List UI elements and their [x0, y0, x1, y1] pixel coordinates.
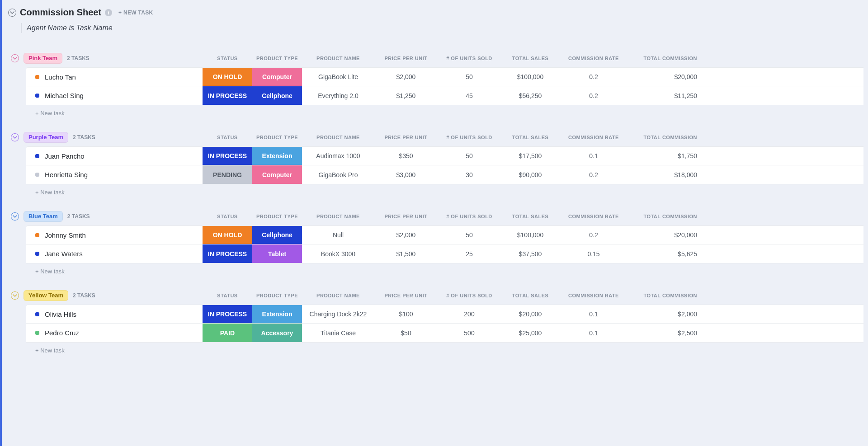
- product-type-badge[interactable]: Extension: [252, 305, 302, 323]
- status-badge[interactable]: ON HOLD: [203, 68, 252, 86]
- col-product-name-header[interactable]: PRODUCT NAME: [302, 293, 374, 298]
- product-type-badge[interactable]: Cellphone: [252, 226, 302, 244]
- group-collapse-toggle[interactable]: [11, 212, 19, 221]
- total-commission-cell: $5,625: [627, 244, 700, 263]
- sheet-collapse-toggle[interactable]: [8, 9, 16, 17]
- page-title: Commission Sheet: [20, 7, 101, 18]
- status-badge[interactable]: IN PROCESS: [203, 244, 252, 263]
- product-type-badge[interactable]: Computer: [252, 165, 302, 184]
- col-product-name-header[interactable]: PRODUCT NAME: [302, 135, 374, 140]
- col-total-commission-header[interactable]: TOTAL COMMISSION: [627, 214, 700, 219]
- task-name[interactable]: Jane Waters: [45, 250, 83, 258]
- status-badge[interactable]: PENDING: [203, 165, 252, 184]
- col-total-sales-header[interactable]: TOTAL SALES: [501, 135, 560, 140]
- col-price-per-unit-header[interactable]: PRICE PER UNIT: [374, 135, 438, 140]
- units-sold-cell: 25: [438, 244, 501, 263]
- table-row[interactable]: Michael SingIN PROCESSCellphoneEverythin…: [26, 86, 863, 105]
- col-units-sold-header[interactable]: # OF UNITS SOLD: [438, 293, 501, 298]
- product-name-cell: Titania Case: [302, 324, 374, 342]
- col-price-per-unit-header[interactable]: PRICE PER UNIT: [374, 293, 438, 298]
- product-type-badge[interactable]: Accessory: [252, 324, 302, 342]
- col-status-header[interactable]: STATUS: [203, 293, 252, 298]
- col-commission-rate-header[interactable]: COMMISSION RATE: [560, 56, 627, 61]
- status-badge[interactable]: IN PROCESS: [203, 86, 252, 105]
- col-total-commission-header[interactable]: TOTAL COMMISSION: [627, 293, 700, 298]
- group-task-count: 2 TASKS: [67, 213, 90, 220]
- table-row[interactable]: Johnny SmithON HOLDCellphoneNull$2,00050…: [26, 225, 863, 244]
- status-dot: [35, 154, 39, 158]
- col-status-header[interactable]: STATUS: [203, 214, 252, 219]
- status-dot: [35, 94, 39, 98]
- col-units-sold-header[interactable]: # OF UNITS SOLD: [438, 214, 501, 219]
- price-per-unit-cell: $3,000: [374, 165, 438, 184]
- total-commission-cell: $20,000: [627, 226, 700, 244]
- col-product-type-header[interactable]: PRODUCT TYPE: [252, 135, 302, 140]
- status-badge[interactable]: PAID: [203, 324, 252, 342]
- price-per-unit-cell: $1,500: [374, 244, 438, 263]
- col-total-sales-header[interactable]: TOTAL SALES: [501, 293, 560, 298]
- col-product-type-header[interactable]: PRODUCT TYPE: [252, 56, 302, 61]
- task-name[interactable]: Michael Sing: [45, 92, 84, 99]
- commission-rate-cell: 0.15: [560, 244, 627, 263]
- group-pill-purple[interactable]: Purple Team: [24, 132, 68, 143]
- new-task-row-button[interactable]: + New task: [26, 184, 863, 199]
- price-per-unit-cell: $2,000: [374, 68, 438, 86]
- col-total-commission-header[interactable]: TOTAL COMMISSION: [627, 135, 700, 140]
- info-icon[interactable]: i: [105, 9, 112, 16]
- group-collapse-toggle[interactable]: [11, 54, 19, 62]
- col-price-per-unit-header[interactable]: PRICE PER UNIT: [374, 214, 438, 219]
- new-task-row-button[interactable]: + New task: [26, 343, 863, 357]
- col-units-sold-header[interactable]: # OF UNITS SOLD: [438, 135, 501, 140]
- task-name[interactable]: Olivia Hills: [45, 310, 76, 318]
- col-units-sold-header[interactable]: # OF UNITS SOLD: [438, 56, 501, 61]
- group-collapse-toggle[interactable]: [11, 291, 19, 300]
- group-pill-blue[interactable]: Blue Team: [24, 211, 63, 222]
- status-badge[interactable]: ON HOLD: [203, 226, 252, 244]
- col-status-header[interactable]: STATUS: [203, 135, 252, 140]
- col-status-header[interactable]: STATUS: [203, 56, 252, 61]
- new-task-button[interactable]: + NEW TASK: [118, 9, 153, 16]
- table-row[interactable]: Lucho TanON HOLDComputerGigaBook Lite$2,…: [26, 67, 863, 86]
- table-row[interactable]: Juan PanchoIN PROCESSExtensionAudiomax 1…: [26, 146, 863, 165]
- col-commission-rate-header[interactable]: COMMISSION RATE: [560, 293, 627, 298]
- status-dot: [35, 252, 39, 256]
- product-type-badge[interactable]: Tablet: [252, 244, 302, 263]
- col-product-name-header[interactable]: PRODUCT NAME: [302, 56, 374, 61]
- sheet-subtitle: Agent Name is Task Name: [21, 23, 863, 33]
- total-commission-cell: $1,750: [627, 147, 700, 165]
- total-sales-cell: $17,500: [501, 147, 560, 165]
- status-badge[interactable]: IN PROCESS: [203, 147, 252, 165]
- group-pill-pink[interactable]: Pink Team: [24, 53, 62, 64]
- task-name[interactable]: Lucho Tan: [45, 73, 76, 81]
- col-total-sales-header[interactable]: TOTAL SALES: [501, 56, 560, 61]
- task-name[interactable]: Johnny Smith: [45, 231, 86, 239]
- col-product-name-header[interactable]: PRODUCT NAME: [302, 214, 374, 219]
- new-task-row-button[interactable]: + New task: [26, 263, 863, 278]
- table-row[interactable]: Pedro CruzPAIDAccessoryTitania Case$5050…: [26, 324, 863, 343]
- units-sold-cell: 30: [438, 165, 501, 184]
- product-type-badge[interactable]: Extension: [252, 147, 302, 165]
- group-collapse-toggle[interactable]: [11, 133, 19, 141]
- col-product-type-header[interactable]: PRODUCT TYPE: [252, 214, 302, 219]
- task-name[interactable]: Henrietta Sing: [45, 171, 88, 178]
- group-pill-yellow[interactable]: Yellow Team: [24, 290, 68, 301]
- product-name-cell: Charging Dock 2k22: [302, 305, 374, 323]
- task-name[interactable]: Juan Pancho: [45, 152, 85, 160]
- table-row[interactable]: Olivia HillsIN PROCESSExtensionCharging …: [26, 305, 863, 324]
- col-commission-rate-header[interactable]: COMMISSION RATE: [560, 135, 627, 140]
- commission-rate-cell: 0.2: [560, 68, 627, 86]
- status-badge[interactable]: IN PROCESS: [203, 305, 252, 323]
- price-per-unit-cell: $2,000: [374, 226, 438, 244]
- new-task-row-button[interactable]: + New task: [26, 105, 863, 120]
- col-product-type-header[interactable]: PRODUCT TYPE: [252, 293, 302, 298]
- product-name-cell: GigaBook Pro: [302, 165, 374, 184]
- table-row[interactable]: Henrietta SingPENDINGComputerGigaBook Pr…: [26, 165, 863, 184]
- table-row[interactable]: Jane WatersIN PROCESSTabletBookX 3000$1,…: [26, 244, 863, 263]
- product-type-badge[interactable]: Computer: [252, 68, 302, 86]
- product-type-badge[interactable]: Cellphone: [252, 86, 302, 105]
- col-price-per-unit-header[interactable]: PRICE PER UNIT: [374, 56, 438, 61]
- col-total-sales-header[interactable]: TOTAL SALES: [501, 214, 560, 219]
- col-total-commission-header[interactable]: TOTAL COMMISSION: [627, 56, 700, 61]
- task-name[interactable]: Pedro Cruz: [45, 329, 79, 337]
- col-commission-rate-header[interactable]: COMMISSION RATE: [560, 214, 627, 219]
